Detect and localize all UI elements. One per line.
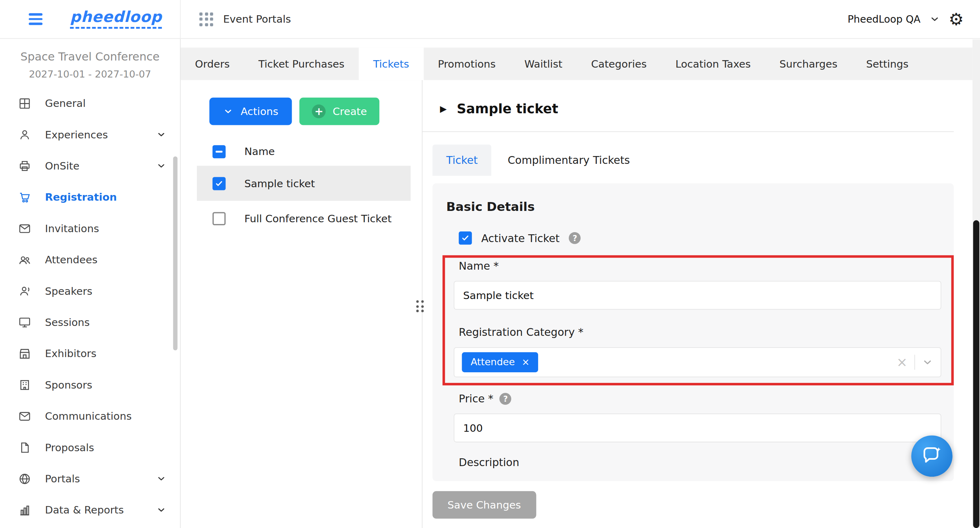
- sidebar-item-attendees[interactable]: Attendees: [0, 244, 180, 275]
- sidebar-item-communications[interactable]: Communications: [0, 400, 180, 431]
- account-menu[interactable]: PheedLoop QA: [848, 13, 920, 25]
- activate-ticket-label: Activate Ticket: [481, 232, 560, 244]
- chevron-down-icon: [156, 129, 166, 139]
- create-button-label: Create: [332, 105, 367, 118]
- sidebar-item-label: Data & Reports: [45, 504, 124, 516]
- sidebar-scrollbar-thumb[interactable]: [173, 156, 178, 350]
- apps-grid-icon[interactable]: [199, 12, 213, 26]
- select-separator: [914, 354, 915, 370]
- sidebar-nav: General Experiences OnSite: [0, 88, 180, 526]
- sidebar-item-label: Registration: [45, 191, 117, 203]
- building-icon: [18, 378, 32, 392]
- list-column-header: Name: [244, 146, 275, 158]
- subtab-ticket[interactable]: Ticket: [433, 144, 492, 175]
- sidebar-item-sponsors[interactable]: Sponsors: [0, 369, 180, 400]
- top-bar-right: PheedLoop QA ⚙: [848, 11, 980, 28]
- app-body: Space Travel Conference 2027-10-01 - 202…: [0, 39, 980, 528]
- tab-categories[interactable]: Categories: [577, 48, 661, 80]
- chevron-down-icon: [223, 107, 233, 116]
- event-name: Space Travel Conference: [0, 50, 180, 63]
- create-button[interactable]: + Create: [299, 98, 379, 125]
- sidebar-item-label: Exhibitors: [45, 348, 96, 359]
- top-bar-main: Event Portals: [181, 12, 848, 26]
- tab-ticket-purchases[interactable]: Ticket Purchases: [244, 48, 359, 80]
- sidebar-item-proposals[interactable]: Proposals: [0, 432, 180, 463]
- screenshot-stage: pheedloop Event Portals PheedLoop QA ⚙ S…: [0, 0, 980, 528]
- chat-icon: [921, 445, 943, 467]
- basic-details-section: Basic Details Activate Ticket ? Name * R…: [433, 183, 953, 481]
- category-chip: Attendee ×: [462, 352, 538, 372]
- ticket-detail-panel: ▶ Sample ticket Ticket Complimentary Tic…: [423, 80, 972, 528]
- collapse-arrow-icon[interactable]: ▶: [440, 104, 447, 113]
- activate-ticket-checkbox[interactable]: [459, 231, 472, 244]
- hamburger-menu-icon[interactable]: [29, 13, 43, 25]
- list-item-label: Sample ticket: [244, 177, 315, 189]
- person-icon: [18, 128, 32, 142]
- top-bar: pheedloop Event Portals PheedLoop QA ⚙: [0, 0, 980, 39]
- clear-icon[interactable]: ×: [897, 356, 907, 369]
- sidebar-item-label: Attendees: [45, 254, 97, 266]
- sidebar-item-portals[interactable]: Portals: [0, 463, 180, 494]
- chevron-down-icon[interactable]: [922, 357, 933, 368]
- page-scrollbar-track[interactable]: [972, 39, 980, 528]
- chevron-down-icon: [156, 505, 166, 515]
- list-item[interactable]: Full Conference Guest Ticket: [181, 201, 422, 236]
- price-field-label-text: Price *: [459, 392, 493, 405]
- tab-orders[interactable]: Orders: [181, 48, 244, 80]
- gear-icon[interactable]: ⚙: [948, 11, 964, 28]
- pheedloop-logo[interactable]: pheedloop: [70, 10, 162, 29]
- tab-surcharges[interactable]: Surcharges: [765, 48, 852, 80]
- price-field-label: Price * ?: [459, 392, 940, 405]
- list-item-label: Full Conference Guest Ticket: [244, 212, 391, 224]
- chip-remove-icon[interactable]: ×: [522, 357, 530, 367]
- tab-promotions[interactable]: Promotions: [423, 48, 510, 80]
- help-icon[interactable]: ?: [500, 392, 512, 405]
- sidebar-item-label: Communications: [45, 410, 132, 422]
- monitor-icon: [18, 315, 32, 329]
- list-item[interactable]: Sample ticket: [197, 166, 411, 201]
- price-input[interactable]: [453, 414, 941, 442]
- help-icon[interactable]: ?: [569, 232, 581, 244]
- page-scrollbar-thumb[interactable]: [973, 220, 980, 528]
- row-checkbox[interactable]: [213, 212, 226, 225]
- tab-location-taxes[interactable]: Location Taxes: [661, 48, 765, 80]
- plus-circle-icon: +: [312, 104, 326, 118]
- sidebar-item-invitations[interactable]: Invitations: [0, 213, 180, 244]
- sidebar-item-label: OnSite: [45, 160, 79, 172]
- sidebar-item-experiences[interactable]: Experiences: [0, 119, 180, 150]
- sidebar-item-general[interactable]: General: [0, 88, 180, 119]
- portal-title: Event Portals: [223, 13, 291, 25]
- chevron-down-icon: [156, 161, 166, 171]
- chat-widget-button[interactable]: [912, 435, 953, 477]
- mail-icon: [18, 409, 32, 423]
- tab-waitlist[interactable]: Waitlist: [510, 48, 577, 80]
- sidebar-item-registration[interactable]: Registration: [0, 182, 180, 213]
- chevron-down-icon[interactable]: [929, 14, 940, 24]
- sidebar-item-label: Experiences: [45, 128, 108, 140]
- name-input[interactable]: [453, 281, 941, 309]
- save-changes-button[interactable]: Save Changes: [433, 491, 536, 519]
- sidebar-item-label: Portals: [45, 473, 80, 485]
- subtab-complimentary-tickets[interactable]: Complimentary Tickets: [494, 144, 644, 175]
- sidebar-item-label: General: [45, 97, 86, 109]
- list-actions-row: Actions + Create: [209, 98, 422, 125]
- actions-button[interactable]: Actions: [209, 98, 292, 125]
- tab-settings[interactable]: Settings: [852, 48, 923, 80]
- sidebar-item-label: Speakers: [45, 285, 92, 297]
- sidebar-item-data-reports[interactable]: Data & Reports: [0, 495, 180, 525]
- detail-header[interactable]: ▶ Sample ticket: [433, 101, 953, 116]
- chevron-down-icon: [156, 474, 166, 483]
- sidebar-item-onsite[interactable]: OnSite: [0, 150, 180, 181]
- top-bar-left: pheedloop: [0, 0, 181, 38]
- registration-category-select[interactable]: Attendee × ×: [453, 347, 941, 377]
- row-checkbox[interactable]: [213, 177, 226, 190]
- panel-resize-handle[interactable]: [416, 300, 423, 313]
- select-controls: ×: [897, 354, 933, 370]
- select-all-checkbox[interactable]: [213, 145, 226, 158]
- sidebar-item-sessions[interactable]: Sessions: [0, 306, 180, 338]
- tab-tickets[interactable]: Tickets: [359, 48, 423, 80]
- sidebar-item-exhibitors[interactable]: Exhibitors: [0, 338, 180, 369]
- section-title: Basic Details: [446, 199, 940, 214]
- bar-chart-icon: [18, 503, 32, 517]
- sidebar-item-speakers[interactable]: Speakers: [0, 275, 180, 306]
